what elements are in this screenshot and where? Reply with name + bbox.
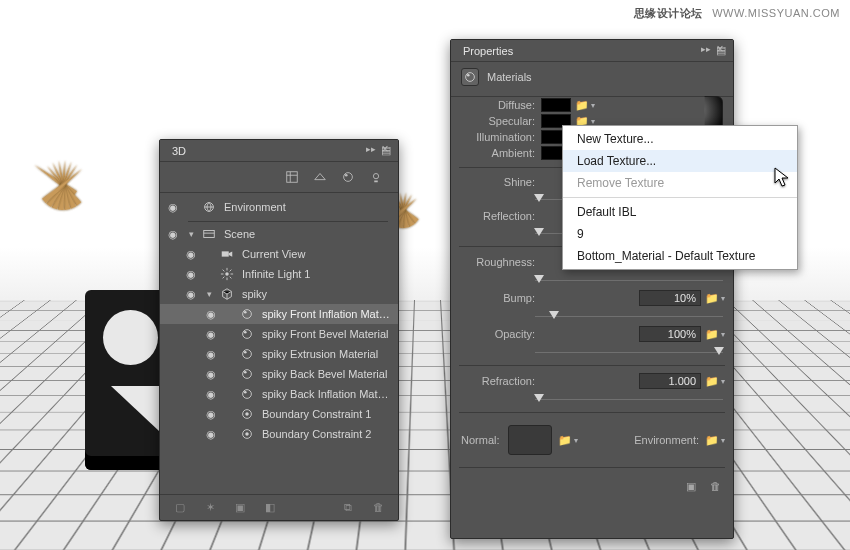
divider — [459, 365, 725, 366]
visibility-eye-icon[interactable]: ◉ — [166, 201, 180, 214]
light-icon — [220, 267, 236, 281]
tree-row[interactable]: ◉spiky Back Bevel Material — [160, 364, 398, 384]
visibility-eye-icon[interactable]: ◉ — [184, 288, 198, 301]
normal-map-chip[interactable] — [508, 425, 552, 455]
menu-item-remove: Remove Texture — [563, 172, 797, 194]
light-filter-icon[interactable] — [368, 169, 384, 185]
visibility-eye-icon[interactable]: ◉ — [204, 368, 218, 381]
material-filter-icon[interactable] — [340, 169, 356, 185]
visibility-eye-icon[interactable]: ◉ — [204, 408, 218, 421]
opacity-texture-menu-icon[interactable]: 📁 — [707, 327, 723, 341]
material-icon — [240, 367, 256, 381]
refraction-texture-menu-icon[interactable]: 📁 — [707, 374, 723, 388]
visibility-eye-icon[interactable]: ◉ — [204, 348, 218, 361]
filter-toolbar — [160, 162, 398, 193]
tree-row-label: Scene — [224, 228, 392, 240]
svg-rect-0 — [287, 172, 298, 183]
scene-icon — [202, 227, 218, 241]
filter-mesh-icon[interactable]: ▢ — [172, 501, 188, 514]
tree-row[interactable]: ◉spiky Back Inflation Material — [160, 384, 398, 404]
slider-knob-icon[interactable] — [714, 347, 724, 355]
visibility-eye-icon[interactable]: ◉ — [204, 428, 218, 441]
bump-slider[interactable] — [535, 309, 723, 323]
tree-row[interactable]: ◉Infinite Light 1 — [160, 264, 398, 284]
visibility-eye-icon[interactable]: ◉ — [184, 248, 198, 261]
panel-properties: ▸▸ × Properties ▤ Materials Diffuse:📁Spe… — [450, 39, 734, 539]
tree-row[interactable]: ◉Boundary Constraint 2 — [160, 424, 398, 444]
normal-folder-icon[interactable]: 📁 — [560, 433, 576, 447]
tab-3d[interactable]: 3D — [160, 141, 198, 161]
menu-item-load[interactable]: Load Texture... — [563, 150, 797, 172]
svg-point-19 — [245, 412, 249, 416]
bump-texture-menu-icon[interactable]: 📁 — [707, 291, 723, 305]
svg-point-9 — [244, 311, 247, 314]
svg-point-10 — [243, 330, 252, 339]
tree-row[interactable]: ◉Current View — [160, 244, 398, 264]
tree-row[interactable]: ◉spiky Front Bevel Material — [160, 324, 398, 344]
material-icon — [240, 307, 256, 321]
twisty-icon[interactable]: ▾ — [186, 229, 196, 239]
texture-dropdown-menu: New Texture...Load Texture...Remove Text… — [562, 125, 798, 270]
tree-row[interactable]: ◉spiky Front Inflation Material — [160, 304, 398, 324]
panel-collapse-icon[interactable]: ▸▸ — [701, 44, 711, 54]
slider-knob-icon[interactable] — [549, 311, 559, 319]
svg-point-23 — [467, 74, 470, 77]
twisty-icon[interactable]: ▾ — [204, 289, 214, 299]
tree-row-label: spiky Front Bevel Material — [262, 328, 392, 340]
svg-point-2 — [345, 174, 348, 177]
properties-section-header: Materials — [451, 62, 733, 97]
tree-row[interactable]: ◉Boundary Constraint 1 — [160, 404, 398, 424]
slider-knob-icon[interactable] — [534, 194, 544, 202]
visibility-eye-icon[interactable]: ◉ — [184, 268, 198, 281]
diffuse-texture-menu-icon[interactable]: 📁 — [577, 98, 593, 112]
trash-icon[interactable]: 🗑 — [370, 501, 386, 514]
panel-collapse-icon[interactable]: ▸▸ — [366, 144, 376, 154]
render-settings-icon[interactable]: ▣ — [686, 480, 696, 493]
render-icon[interactable]: ◧ — [262, 501, 278, 514]
add-light-icon[interactable]: ✶ — [202, 501, 218, 514]
visibility-eye-icon[interactable]: ◉ — [166, 228, 180, 241]
tree-row-label: Boundary Constraint 2 — [262, 428, 392, 440]
refraction-slider[interactable] — [535, 392, 723, 406]
tree-row[interactable]: ◉Environment — [160, 197, 398, 217]
bump-value-input[interactable] — [639, 290, 701, 306]
roughness-slider[interactable] — [535, 273, 723, 287]
panel-close-icon[interactable]: × — [713, 42, 727, 56]
trash-icon[interactable]: 🗑 — [710, 480, 721, 493]
refraction-value-input[interactable] — [639, 373, 701, 389]
new-layer-icon[interactable]: ⧉ — [340, 501, 356, 514]
opacity-slider[interactable] — [535, 345, 723, 359]
slider-knob-icon[interactable] — [534, 275, 544, 283]
slider-row-opacity: Opacity:📁 — [451, 325, 733, 359]
add-camera-icon[interactable]: ▣ — [232, 501, 248, 514]
tree-row-label: spiky — [242, 288, 392, 300]
opacity-value-input[interactable] — [639, 326, 701, 342]
svg-point-17 — [244, 391, 247, 394]
tab-properties[interactable]: Properties — [451, 41, 525, 61]
scene-filter-icon[interactable] — [284, 169, 300, 185]
visibility-eye-icon[interactable]: ◉ — [204, 388, 218, 401]
menu-item-recent[interactable]: 9 — [563, 223, 797, 245]
tree-row[interactable]: ◉spiky Extrusion Material — [160, 344, 398, 364]
menu-item-recent[interactable]: Bottom_Material - Default Texture — [563, 245, 797, 267]
slider-label: Shine: — [461, 176, 535, 188]
visibility-eye-icon[interactable]: ◉ — [204, 328, 218, 341]
menu-item-recent[interactable]: Default IBL — [563, 201, 797, 223]
diffuse-swatch[interactable] — [541, 98, 571, 112]
tree-row-label: Boundary Constraint 1 — [262, 408, 392, 420]
slider-row-bump: Bump:📁 — [451, 289, 733, 323]
tree-row[interactable]: ◉▾Scene — [160, 224, 398, 244]
slider-knob-icon[interactable] — [534, 228, 544, 236]
mesh-filter-icon[interactable] — [312, 169, 328, 185]
tree-row[interactable]: ◉▾spiky — [160, 284, 398, 304]
svg-point-21 — [245, 432, 249, 436]
panel-close-icon[interactable]: × — [378, 142, 392, 156]
camera-icon — [220, 247, 236, 261]
menu-item-new[interactable]: New Texture... — [563, 128, 797, 150]
environment-folder-icon[interactable]: 📁 — [707, 433, 723, 447]
visibility-eye-icon[interactable]: ◉ — [204, 308, 218, 321]
panel-3d: ▸▸ × 3D ▤ ◉Environment◉▾Scene◉Current Vi… — [159, 139, 399, 521]
slider-knob-icon[interactable] — [534, 394, 544, 402]
svg-point-7 — [225, 272, 229, 276]
color-label: Ambient: — [461, 147, 535, 159]
